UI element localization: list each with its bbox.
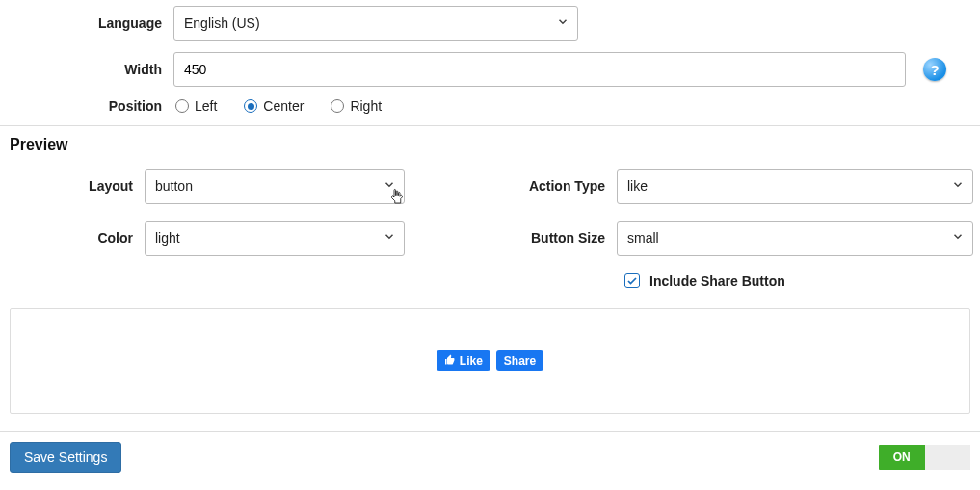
label-position: Position	[0, 98, 173, 114]
chevron-down-icon	[951, 231, 965, 247]
row-include-share: Include Share Button	[624, 273, 973, 288]
label-layout: Layout	[10, 178, 145, 194]
cursor-icon	[388, 187, 406, 210]
label-action-type: Action Type	[443, 178, 617, 194]
label-button-size: Button Size	[443, 231, 617, 246]
language-select[interactable]: English (US)	[173, 6, 578, 41]
divider	[0, 431, 980, 432]
footer: Save Settings ON	[0, 442, 980, 473]
chevron-down-icon	[383, 178, 396, 195]
preview-heading: Preview	[10, 136, 980, 153]
color-select[interactable]: light	[145, 221, 405, 256]
chevron-down-icon	[556, 15, 569, 32]
preview-canvas: Like Share	[10, 308, 970, 414]
toggle-on-label: ON	[879, 445, 925, 470]
radio-icon	[331, 99, 344, 113]
thumb-up-icon	[444, 354, 456, 368]
chevron-down-icon	[383, 231, 396, 247]
radio-icon	[175, 99, 189, 113]
label-color: Color	[10, 231, 145, 246]
toggle-off-side	[925, 445, 971, 470]
row-action-type: Action Type like	[443, 169, 973, 204]
position-radio-center[interactable]: Center	[244, 98, 304, 114]
label-language: Language	[0, 15, 173, 31]
enable-toggle[interactable]: ON	[879, 445, 970, 470]
layout-value: button	[155, 178, 193, 194]
color-value: light	[155, 231, 180, 246]
row-position: Position Left Center Right	[0, 98, 980, 114]
divider	[0, 125, 980, 126]
layout-select[interactable]: button	[145, 169, 405, 204]
help-icon[interactable]: ?	[923, 58, 946, 81]
position-radio-right[interactable]: Right	[331, 98, 382, 114]
row-color: Color light	[10, 221, 405, 256]
row-width: Width ?	[0, 52, 980, 87]
fb-share-button[interactable]: Share	[496, 350, 543, 371]
include-share-checkbox[interactable]	[624, 273, 640, 288]
fb-like-button[interactable]: Like	[437, 350, 490, 371]
row-language: Language English (US)	[0, 6, 980, 41]
label-include-share: Include Share Button	[649, 273, 785, 288]
save-settings-button[interactable]: Save Settings	[10, 442, 121, 473]
action-type-select[interactable]: like	[617, 169, 973, 204]
button-size-select[interactable]: small	[617, 221, 973, 256]
row-button-size: Button Size small	[443, 221, 973, 256]
label-width: Width	[0, 62, 173, 77]
position-radio-left[interactable]: Left	[175, 98, 217, 114]
action-type-value: like	[627, 178, 648, 194]
chevron-down-icon	[951, 178, 965, 195]
language-value: English (US)	[184, 15, 260, 31]
row-layout: Layout button	[10, 169, 405, 204]
width-input[interactable]	[173, 52, 906, 87]
position-radio-group: Left Center Right	[173, 98, 382, 114]
button-size-value: small	[627, 231, 659, 246]
radio-checked-icon	[244, 99, 257, 113]
